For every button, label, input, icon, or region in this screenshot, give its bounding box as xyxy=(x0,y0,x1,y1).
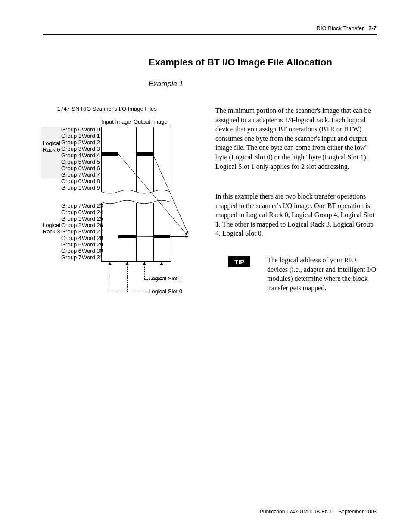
page: RIO Block Transfer 7-7 Examples of BT I/… xyxy=(0,0,411,532)
diagram-title: 1747-SN RIO Scanner's I/O Image Files xyxy=(57,106,157,112)
tip-text: The logical address of your RIO devices … xyxy=(267,255,377,292)
footer-publication: Publication 1747-UM010B-EN-P - September… xyxy=(260,509,377,515)
tip-badge: TIP xyxy=(228,256,250,267)
running-header: RIO Block Transfer 7-7 xyxy=(317,25,377,31)
paragraph-2: In this example there are two block tran… xyxy=(215,192,377,238)
chapter-name: RIO Block Transfer xyxy=(317,25,364,31)
table-bottom xyxy=(101,203,171,262)
rack3-label: Logical Rack 3 xyxy=(43,222,62,235)
rack0-rows: Group 0Word 0 Group 1Word 1 Group 2Word … xyxy=(61,127,103,191)
svg-line-7 xyxy=(170,236,188,237)
header-rule xyxy=(43,34,377,35)
fill-r0-input xyxy=(101,152,118,156)
section-title: Examples of BT I/O Image File Allocation xyxy=(149,57,332,68)
rack3-rows: Group 7Word 23 Group 0Word 24 Group 1Wor… xyxy=(61,203,103,261)
fill-r3-input xyxy=(118,235,136,238)
example-label: Example 1 xyxy=(149,80,183,88)
io-image-diagram: 1747-SN RIO Scanner's I/O Image Files In… xyxy=(45,106,200,317)
rack0-label: Logical Rack 0 xyxy=(43,140,62,153)
col-header-input: Input Image xyxy=(101,119,131,124)
fill-r3-output xyxy=(153,235,170,238)
paragraph-1: The minimum portion of the scanner's ima… xyxy=(215,106,377,171)
col-header-output: Output Image xyxy=(134,119,168,124)
table-top xyxy=(101,127,171,192)
slot0-label: Logical Slot 0 xyxy=(149,289,182,294)
slot1-label: Logical Slot 1 xyxy=(149,276,182,281)
page-number: 7-7 xyxy=(368,25,377,31)
fill-r0-output xyxy=(136,152,153,156)
